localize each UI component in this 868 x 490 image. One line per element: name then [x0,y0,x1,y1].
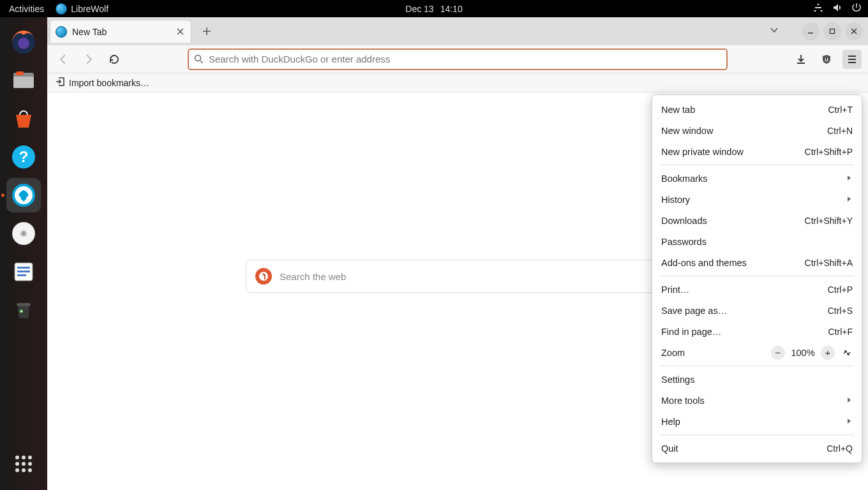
svg-point-24 [28,462,32,466]
menu-bookmarks[interactable]: Bookmarks [652,168,862,189]
gnome-topbar: Activities LibreWolf Dec 13 14:10 [0,0,868,17]
svg-rect-14 [17,267,30,269]
menu-help[interactable]: Help [652,411,862,432]
dock-software[interactable] [6,101,41,136]
tab-title: New Tab [72,27,107,37]
svg-point-19 [15,456,19,459]
app-menu-panel: New tabCtrl+T New windowCtrl+N New priva… [652,94,862,463]
dock-trash[interactable] [6,293,41,327]
svg-point-23 [22,462,26,466]
app-indicator[interactable]: LibreWolf [56,3,108,15]
svg-point-21 [28,456,32,459]
svg-rect-4 [16,71,24,75]
reload-button[interactable] [105,50,124,69]
menu-new-window[interactable]: New windowCtrl+N [652,120,862,141]
menu-zoom-row: Zoom − 100% + [652,342,862,363]
browser-window: New Tab U Import bookmark [47,17,868,490]
menu-quit[interactable]: QuitCtrl+Q [652,438,862,459]
nav-toolbar: U [47,45,868,73]
clock[interactable]: Dec 13 14:10 [405,4,462,14]
svg-point-12 [22,232,25,235]
tab-close-icon[interactable] [174,26,186,38]
dock-disc[interactable] [6,216,41,251]
dock-help[interactable]: ? [6,140,41,174]
zoom-in-button[interactable]: + [821,346,835,360]
tab-favicon [56,26,67,38]
newtab-search-box[interactable]: Search the web [246,260,670,293]
activities-button[interactable]: Activities [9,4,44,14]
menu-more-tools[interactable]: More tools [652,390,862,411]
dock-librewolf[interactable] [6,178,41,212]
duckduckgo-icon [255,268,272,285]
svg-point-26 [22,468,26,472]
list-tabs-button[interactable] [770,26,779,37]
page-content: Search the web New tabCtrl+T New windowC… [47,93,868,490]
svg-point-27 [28,468,32,472]
dock-files[interactable] [6,63,41,98]
svg-text:?: ? [19,148,29,165]
chevron-right-icon [845,174,853,184]
menu-history[interactable]: History [652,189,862,210]
chevron-right-icon [845,417,853,427]
network-icon[interactable] [813,3,823,15]
minimize-button[interactable] [802,22,819,40]
svg-rect-16 [17,274,26,276]
url-bar[interactable] [188,48,728,70]
hamburger-menu-button[interactable] [842,50,862,69]
menu-new-tab[interactable]: New tabCtrl+T [652,99,862,120]
menu-settings[interactable]: Settings [652,369,862,390]
import-bookmarks-icon [55,77,65,89]
dock-apps-grid[interactable] [6,447,41,481]
svg-point-1 [18,38,29,49]
svg-point-32 [259,272,268,281]
chevron-right-icon [845,195,853,205]
new-tab-button[interactable] [198,22,216,40]
svg-rect-28 [808,33,813,34]
tab-bar: New Tab [47,17,868,45]
dock-firefox[interactable] [6,25,41,59]
svg-point-20 [22,456,26,459]
back-button[interactable] [54,50,73,69]
search-icon [194,54,204,64]
newtab-search-placeholder: Search the web [280,271,346,282]
menu-find[interactable]: Find in page…Ctrl+F [652,321,862,342]
menu-print[interactable]: Print…Ctrl+P [652,279,862,300]
svg-point-25 [15,468,19,472]
svg-text:U: U [825,57,828,62]
svg-point-22 [15,462,19,466]
svg-point-30 [195,56,201,61]
menu-downloads[interactable]: DownloadsCtrl+Shift+Y [652,210,862,231]
svg-rect-17 [17,303,31,306]
svg-rect-29 [830,29,835,34]
ubuntu-dock: ? [0,17,47,490]
dock-texteditor[interactable] [6,255,41,289]
fullscreen-button[interactable] [840,346,854,360]
forward-button[interactable] [79,50,98,69]
downloads-button[interactable] [791,50,811,69]
zoom-value: 100% [790,348,816,358]
svg-rect-3 [13,77,34,88]
url-input[interactable] [209,54,721,64]
menu-save-page[interactable]: Save page as…Ctrl+S [652,300,862,321]
zoom-out-button[interactable]: − [771,346,785,360]
svg-rect-15 [17,271,30,272]
power-icon[interactable] [851,3,862,15]
bookmarks-toolbar: Import bookmarks… [47,73,868,93]
close-button[interactable] [845,22,863,40]
menu-new-private-window[interactable]: New private windowCtrl+Shift+P [652,141,862,162]
menu-passwords[interactable]: Passwords [652,231,862,252]
ublock-icon[interactable]: U [817,50,836,69]
chevron-right-icon [845,396,853,406]
svg-point-33 [264,274,265,276]
librewolf-icon [56,3,67,15]
browser-tab[interactable]: New Tab [50,20,191,43]
menu-addons[interactable]: Add-ons and themesCtrl+Shift+A [652,252,862,273]
maximize-button[interactable] [823,22,841,40]
import-bookmarks-button[interactable]: Import bookmarks… [69,78,149,88]
volume-icon[interactable] [832,3,842,15]
